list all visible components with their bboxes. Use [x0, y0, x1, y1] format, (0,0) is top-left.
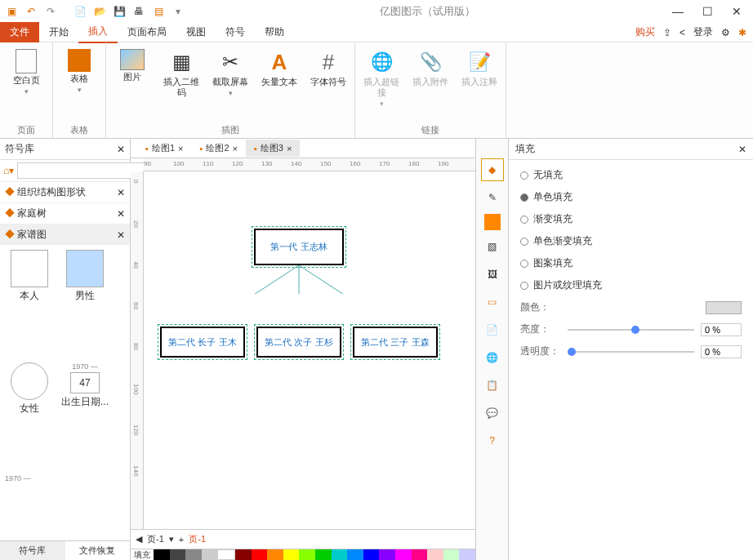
svg-line-2: [299, 265, 389, 294]
fill-solid[interactable]: 单色填充: [520, 190, 742, 204]
text-panel-icon[interactable]: 📄: [481, 318, 504, 341]
tab-start[interactable]: 开始: [39, 22, 78, 42]
doc-tab-2[interactable]: ▪绘图2 ×: [191, 140, 245, 157]
fill-sgrad[interactable]: 单色渐变填充: [520, 234, 742, 248]
tab-help[interactable]: 帮助: [255, 22, 294, 42]
vector-text-button[interactable]: A矢量文本: [260, 49, 299, 87]
tab-layout[interactable]: 页面布局: [118, 22, 176, 42]
blank-page-button[interactable]: 空白页 ▾: [7, 49, 46, 96]
qr-icon: ▦: [168, 49, 194, 75]
new-icon[interactable]: 📄: [72, 3, 88, 20]
text-icon: A: [266, 49, 292, 75]
close-icon[interactable]: ✕: [117, 144, 125, 155]
svg-line-0: [205, 265, 299, 294]
login-link[interactable]: 登录: [693, 25, 713, 39]
shadow-panel-icon[interactable]: ▧: [481, 235, 504, 258]
note-icon: 📝: [466, 49, 492, 75]
brightness-slider[interactable]: [568, 329, 694, 331]
shape-birth[interactable]: 1970 — 47 出生日期...: [60, 362, 109, 469]
color-bar[interactable]: 填充: [131, 549, 475, 560]
close-icon[interactable]: ×: [233, 144, 238, 153]
cat-org[interactable]: ◆ 组织结构图形状✕: [0, 181, 130, 202]
attach-button[interactable]: 📎插入附件: [411, 49, 450, 87]
page-current[interactable]: 页-1: [189, 533, 206, 545]
canvas[interactable]: 第一代 王志林 第二代 长子 王木 第二代 次子 王杉 第二代 三子 王森: [144, 171, 475, 529]
close-icon[interactable]: ×: [178, 144, 183, 153]
opacity-slider[interactable]: [568, 351, 694, 353]
buy-link[interactable]: 购买: [635, 25, 655, 39]
shape-self[interactable]: 本人: [5, 250, 54, 356]
help-panel-icon[interactable]: ?: [481, 429, 504, 452]
doc-tab-3[interactable]: ▪绘图3 ×: [246, 140, 300, 157]
print-icon[interactable]: 🖶: [131, 3, 147, 20]
add-page-icon[interactable]: +: [179, 535, 184, 544]
logo-icon: ✱: [738, 27, 746, 38]
opacity-input[interactable]: [701, 345, 742, 358]
close-button[interactable]: ✕: [727, 3, 746, 20]
cat-genealogy[interactable]: ◆ 家谱图✕: [0, 224, 130, 245]
fill-gradient[interactable]: 渐变填充: [520, 212, 742, 226]
shape-female[interactable]: 女性: [5, 362, 54, 469]
line-panel-icon[interactable]: ✎: [481, 186, 504, 209]
ruler-vertical: 020406080100120140: [131, 171, 144, 529]
hyperlink-button[interactable]: 🌐插入超链接▾: [362, 49, 401, 108]
globe-panel-icon[interactable]: 🌐: [481, 346, 504, 369]
doc-panel-icon[interactable]: 📋: [481, 374, 504, 397]
minimize-button[interactable]: —: [668, 3, 688, 20]
save-icon[interactable]: 💾: [111, 3, 127, 20]
note-button[interactable]: 📝插入注释: [460, 49, 499, 87]
export-icon[interactable]: ▤: [150, 3, 167, 20]
cat-family[interactable]: ◆ 家庭树✕: [0, 202, 130, 224]
ruler-horizontal: 90100110120130140150160170180190: [144, 158, 475, 171]
table-icon: [68, 49, 91, 72]
footer-recover[interactable]: 文件恢复: [65, 541, 131, 560]
link-icon: 🌐: [368, 49, 394, 75]
gear-icon[interactable]: ⚙: [721, 27, 730, 38]
tab-symbol[interactable]: 符号: [216, 22, 255, 42]
layer-panel-icon[interactable]: ▭: [481, 291, 504, 313]
page-next-icon[interactable]: ▾: [169, 534, 174, 544]
share2-icon[interactable]: <: [679, 27, 685, 38]
footer-lib[interactable]: 符号库: [0, 541, 65, 560]
redo-icon[interactable]: ↷: [42, 3, 59, 20]
fill-texture[interactable]: 图片或纹理填充: [520, 278, 742, 292]
node-root[interactable]: 第一代 王志林: [254, 229, 344, 265]
image-icon: [120, 49, 145, 70]
fill-none[interactable]: 无填充: [520, 168, 742, 182]
share-icon[interactable]: ⇪: [663, 27, 671, 38]
tab-insert[interactable]: 插入: [78, 21, 118, 43]
fill-panel-icon[interactable]: ◆: [481, 158, 504, 181]
node-c2[interactable]: 第二代 次子 王杉: [256, 327, 341, 358]
brightness-input[interactable]: [701, 323, 742, 336]
maximize-button[interactable]: ☐: [697, 3, 717, 20]
home-icon[interactable]: ⌂▾: [3, 165, 14, 176]
color-picker[interactable]: [706, 301, 742, 314]
image-button[interactable]: 图片: [113, 49, 152, 82]
qr-button[interactable]: ▦插入二维码: [162, 49, 201, 98]
tab-file[interactable]: 文件: [0, 22, 39, 42]
char-button[interactable]: #字体符号: [309, 49, 348, 87]
page-prev-icon[interactable]: ◀: [136, 534, 142, 544]
screenshot-button[interactable]: ✂截取屏幕▾: [211, 49, 250, 97]
hash-icon: #: [315, 49, 341, 75]
image-panel-icon[interactable]: 🖼: [481, 263, 504, 286]
more-icon[interactable]: ▾: [170, 3, 186, 20]
tab-view[interactable]: 视图: [176, 22, 216, 42]
fill-pattern[interactable]: 图案填充: [520, 256, 742, 270]
page-label[interactable]: 页-1: [147, 533, 164, 545]
shape-male[interactable]: 男性: [60, 250, 109, 356]
doc-tab-1[interactable]: ▪绘图1 ×: [137, 140, 191, 157]
open-icon[interactable]: 📂: [91, 3, 108, 20]
node-c3[interactable]: 第二代 三子 王森: [353, 327, 438, 358]
app-icon: ▣: [3, 3, 20, 20]
close-icon[interactable]: ✕: [738, 144, 746, 155]
color-panel-icon[interactable]: [484, 214, 501, 230]
close-icon[interactable]: ×: [287, 144, 292, 153]
blank-page-icon: [16, 49, 37, 73]
table-button[interactable]: 表格 ▾: [60, 49, 99, 94]
prop-title: 填充: [515, 142, 535, 156]
attach-icon: 📎: [417, 49, 443, 75]
comment-panel-icon[interactable]: 💬: [481, 402, 504, 424]
undo-icon[interactable]: ↶: [23, 3, 39, 20]
node-c1[interactable]: 第二代 长子 王木: [160, 327, 245, 358]
